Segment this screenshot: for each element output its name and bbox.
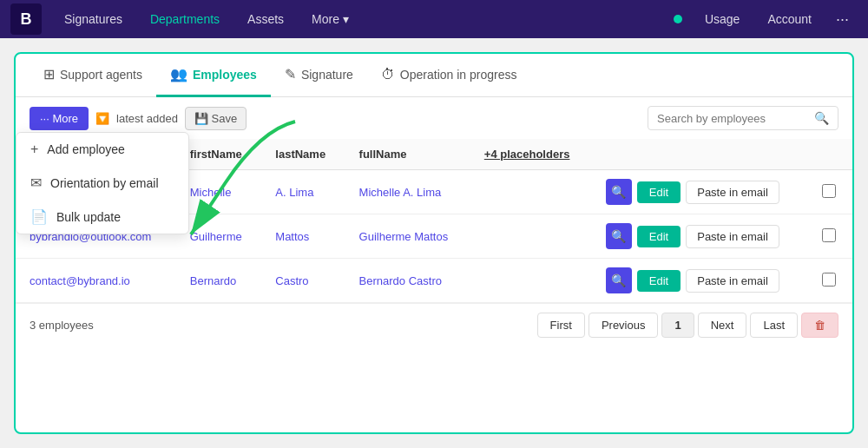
main-panel: ⊞ Support agents 👥 Employees ✎ Signature… [14, 52, 854, 434]
pagination-controls: First Previous 1 Next Last 🗑 [537, 313, 838, 338]
signature-icon: ✎ [285, 66, 296, 82]
search-box[interactable]: 🔍 [648, 106, 838, 130]
row2-checkbox[interactable] [822, 228, 836, 242]
row1-placeholders [470, 170, 592, 214]
search-input[interactable] [657, 112, 814, 125]
dropdown-add-employee[interactable]: + Add employee [16, 133, 188, 166]
row2-checkbox-cell [808, 214, 852, 259]
nav-usage[interactable]: Usage [693, 7, 752, 31]
status-indicator [674, 15, 682, 23]
row3-search-button[interactable]: 🔍 [606, 267, 632, 293]
employees-icon: 👥 [170, 66, 187, 82]
col-placeholders: +4 placeholders [470, 139, 592, 170]
dropdown-orientation-email[interactable]: ✉ Orientation by email [16, 166, 188, 200]
row2-placeholders [470, 214, 592, 259]
app-logo: B [10, 3, 42, 35]
top-navigation: B Signatures Departments Assets More ▾ U… [0, 0, 868, 38]
row2-paste-button[interactable]: Paste in email [686, 225, 779, 248]
row1-paste-button[interactable]: Paste in email [686, 181, 779, 204]
last-page-button[interactable]: Last [750, 313, 798, 338]
row3-email: contact@bybrand.io [16, 259, 176, 303]
more-button[interactable]: ··· More [30, 107, 89, 130]
save-button[interactable]: 💾 Save [185, 107, 247, 130]
nav-dots-menu[interactable]: ··· [827, 5, 858, 34]
dropdown-bulk-update[interactable]: 📄 Bulk update [16, 200, 188, 234]
row3-firstname: Bernardo [176, 259, 262, 303]
nav-signatures[interactable]: Signatures [52, 7, 135, 31]
toolbar-wrapper: ··· More 🔽 latest added 💾 Save 🔍 + Add e… [16, 97, 852, 139]
email-icon: ✉ [30, 175, 42, 191]
row1-checkbox-cell [808, 170, 852, 214]
row3-checkbox-cell [808, 259, 852, 303]
support-agents-icon: ⊞ [43, 66, 55, 82]
row1-actions: 🔍 Edit Paste in email [592, 170, 808, 214]
search-icon: 🔍 [814, 111, 829, 125]
page-number-button[interactable]: 1 [661, 313, 694, 338]
file-icon: 📄 [30, 208, 48, 225]
tab-signature[interactable]: ✎ Signature [271, 54, 367, 97]
row2-edit-button[interactable]: Edit [637, 226, 681, 247]
row3-placeholders [470, 259, 592, 303]
operation-icon: ⏱ [381, 67, 395, 82]
nav-departments[interactable]: Departments [138, 7, 232, 31]
chevron-down-icon: ▾ [343, 12, 349, 26]
row2-search-button[interactable]: 🔍 [606, 223, 632, 249]
nav-assets[interactable]: Assets [235, 7, 296, 31]
row3-lastname: Castro [261, 259, 345, 303]
nav-more[interactable]: More ▾ [299, 7, 361, 31]
filter-funnel-icon: 🔽 [95, 112, 109, 125]
next-page-button[interactable]: Next [698, 313, 747, 338]
row3-actions: 🔍 Edit Paste in email [592, 259, 808, 303]
col-fullname: fullName [345, 139, 470, 170]
row1-checkbox[interactable] [822, 184, 836, 198]
row3-checkbox[interactable] [822, 273, 836, 287]
first-page-button[interactable]: First [537, 313, 585, 338]
row2-fullname: Guilherme Mattos [345, 214, 470, 259]
row3-paste-button[interactable]: Paste in email [686, 269, 779, 293]
col-actions [592, 139, 808, 170]
row1-lastname: A. Lima [261, 170, 345, 214]
row2-actions: 🔍 Edit Paste in email [592, 214, 808, 259]
tab-support-agents[interactable]: ⊞ Support agents [30, 54, 156, 97]
col-checkbox-header [808, 139, 852, 170]
row3-fullname: Bernardo Castro [345, 259, 470, 303]
col-lastname: lastName [261, 139, 345, 170]
row1-search-button[interactable]: 🔍 [606, 179, 632, 205]
row2-lastname: Mattos [261, 214, 345, 259]
filter-label[interactable]: latest added [116, 112, 178, 125]
employee-count: 3 employees [30, 319, 94, 332]
row1-fullname: Michelle A. Lima [345, 170, 470, 214]
dropdown-menu: + Add employee ✉ Orientation by email 📄 … [16, 132, 189, 234]
pagination-bar: 3 employees First Previous 1 Next Last 🗑 [16, 303, 852, 346]
tab-employees[interactable]: 👥 Employees [156, 54, 271, 97]
row3-edit-button[interactable]: Edit [637, 270, 681, 292]
plus-icon: + [30, 142, 38, 157]
tab-bar: ⊞ Support agents 👥 Employees ✎ Signature… [16, 54, 852, 97]
previous-page-button[interactable]: Previous [589, 313, 659, 338]
row1-edit-button[interactable]: Edit [637, 181, 681, 203]
table-row: contact@bybrand.io Bernardo Castro Berna… [16, 259, 852, 303]
nav-account[interactable]: Account [755, 7, 824, 31]
tab-operation-in-progress[interactable]: ⏱ Operation in progress [367, 55, 531, 97]
delete-button[interactable]: 🗑 [801, 313, 838, 338]
